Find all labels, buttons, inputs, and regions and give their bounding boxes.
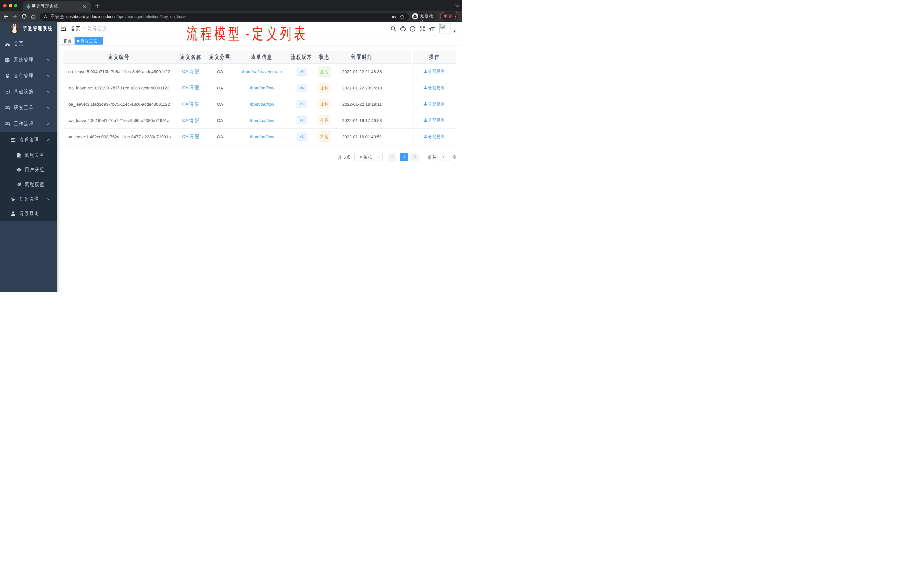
svg-text:¥: ¥ [6, 74, 9, 79]
svg-text:?: ? [411, 27, 413, 31]
